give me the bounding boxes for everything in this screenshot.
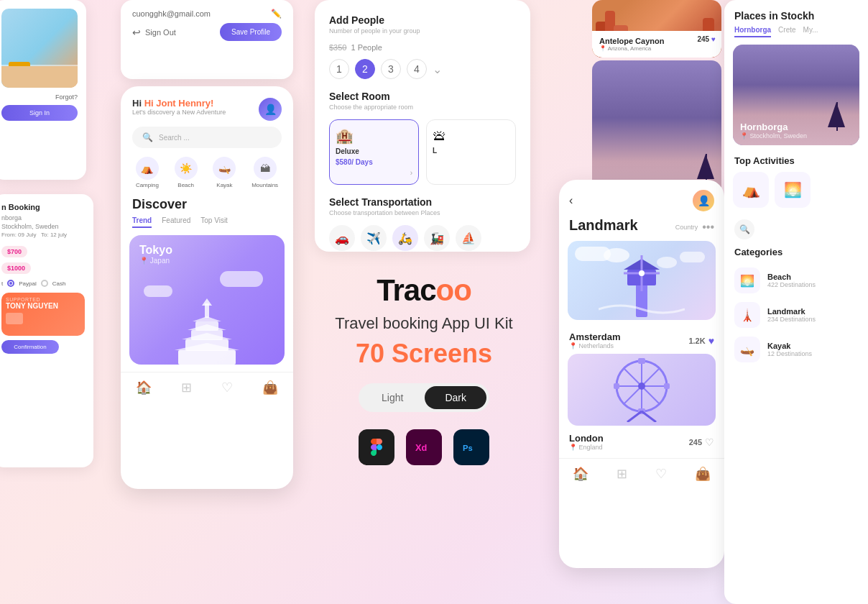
category-kayak[interactable]: 🛶 Kayak: [213, 157, 236, 188]
edit-icon[interactable]: ✏️: [271, 9, 282, 19]
favorites-nav-icon[interactable]: ♡: [221, 380, 233, 395]
light-mode-button[interactable]: Light: [361, 386, 423, 409]
landmark-cat-name: Landmark: [767, 307, 816, 316]
home-nav-icon[interactable]: 🏠: [136, 380, 152, 395]
svg-marker-5: [182, 333, 232, 339]
save-profile-button[interactable]: Save Profile: [220, 23, 282, 41]
search-bar[interactable]: 🔍 Search ...: [132, 127, 282, 148]
transport-train[interactable]: 🚂: [424, 225, 450, 251]
category-beach-item[interactable]: 🌅 Beach 422 Destinations: [724, 263, 868, 298]
transport-title: Select Transportation: [329, 196, 516, 208]
transport-car[interactable]: 🚗: [329, 225, 355, 251]
confirmation-button[interactable]: Confirmation: [1, 340, 59, 354]
brand-logo-oo: oo: [436, 273, 471, 307]
category-kayak-item[interactable]: 🛶 Kayak 12 Destinations: [724, 332, 868, 367]
landmark-cat-info: Landmark 234 Destinations: [767, 307, 816, 323]
featured-destination-card[interactable]: Tokyo 📍 Japan: [129, 235, 285, 365]
tool-icons: Xd Ps: [309, 429, 539, 465]
stockholm-header: Places in Stockh Hornborga Crete My...: [724, 0, 868, 45]
destination-name: Tokyo: [139, 244, 172, 257]
transport-plane[interactable]: ✈️: [361, 225, 387, 251]
dots-menu[interactable]: •••: [702, 221, 714, 234]
landmark-phone: ‹ 👤 Landmark Country •••: [559, 180, 724, 568]
svg-rect-29: [664, 383, 670, 389]
people-more-icon[interactable]: ⌄: [433, 63, 442, 76]
explore-landmark-nav[interactable]: ⊞: [617, 466, 627, 482]
payment-label-end: t: [1, 280, 3, 287]
home-landmark-nav[interactable]: 🏠: [573, 466, 588, 482]
photo-cards-area: 245 ♥ Antelope Caynon 📍 Arizona, America: [592, 0, 721, 207]
london-heart[interactable]: ♡: [705, 436, 714, 448]
people-3[interactable]: 3: [381, 59, 401, 79]
deluxe-price: $580/ Days: [336, 158, 412, 166]
kayak-cat-icon: 🛶: [734, 337, 760, 362]
room-suite[interactable]: 🛎 L: [426, 119, 516, 185]
category-mountains[interactable]: 🏔 Mountains: [251, 157, 278, 188]
tab-my[interactable]: My...: [803, 26, 818, 37]
favorites-landmark-nav[interactable]: ♡: [655, 466, 667, 482]
people-4[interactable]: 4: [407, 59, 427, 79]
add-people-title: Add People: [329, 14, 516, 26]
activity-camping[interactable]: ⛺: [733, 172, 769, 208]
ferris-wheel-svg: [606, 357, 678, 422]
forgot-link[interactable]: Forgot?: [1, 93, 78, 101]
tab-hornborga[interactable]: Hornborga: [734, 26, 771, 37]
bag-landmark-nav[interactable]: 👜: [695, 466, 711, 482]
booking-card-city: Stockholm, Sweden: [1, 223, 85, 230]
people-2-selected[interactable]: 2: [355, 59, 375, 79]
tab-top-visit[interactable]: Top Visit: [200, 216, 228, 228]
svg-line-30: [627, 411, 642, 422]
radio-cash[interactable]: [41, 280, 48, 287]
transport-boat[interactable]: ⛵: [456, 225, 481, 251]
kayak-cat-name: Kayak: [767, 342, 812, 350]
search-icon: 🔍: [142, 132, 153, 142]
xd-icon: Xd: [406, 429, 442, 465]
sign-out-label[interactable]: Sign Out: [145, 28, 176, 37]
radio-paypal[interactable]: [7, 280, 14, 287]
london-country: 📍 England: [569, 444, 604, 451]
transport-moto[interactable]: 🛵: [392, 225, 418, 251]
stockholm-hero-image[interactable]: Hornborga 📍 Stockholm, Sweden: [733, 45, 859, 145]
svg-rect-28: [614, 383, 619, 389]
top-activities-title: Top Activities: [724, 151, 868, 172]
search-area: 🔍: [724, 215, 868, 244]
antelope-location: 📍 Arizona, America: [599, 45, 714, 52]
categories-row: ⛺ Camping ☀️ Beach 🛶 Kayak 🏔 Mountains: [121, 157, 293, 197]
category-landmark-item[interactable]: 🗼 Landmark 234 Destinations: [724, 298, 868, 332]
beach-label: Beach: [177, 182, 194, 188]
kayak-cat-count: 12 Destinations: [767, 350, 812, 357]
sign-in-button[interactable]: Sign In: [1, 105, 78, 121]
hero-place-name: Hornborga: [740, 122, 807, 132]
login-card: Forgot? Sign In: [0, 0, 86, 180]
explore-nav-icon[interactable]: ⊞: [181, 380, 192, 395]
antelope-photo-card[interactable]: 245 ♥ Antelope Caynon 📍 Arizona, America: [592, 0, 721, 58]
amsterdam-name: Amsterdam: [569, 331, 621, 342]
category-camping[interactable]: ⛺ Camping: [136, 157, 159, 188]
user-avatar[interactable]: 👤: [259, 98, 282, 121]
people-1[interactable]: 1: [329, 59, 349, 79]
back-button[interactable]: ‹: [569, 194, 573, 207]
coach-badge: SUPPORTED: [6, 297, 80, 302]
activity-beach[interactable]: 🌅: [775, 172, 811, 208]
london-image: [568, 354, 716, 426]
svg-marker-4: [175, 343, 239, 350]
beach-cat-icon: 🌅: [734, 267, 760, 293]
dark-mode-button[interactable]: Dark: [425, 386, 486, 409]
tab-featured[interactable]: Featured: [162, 216, 190, 228]
landmark-bottom-nav: 🏠 ⊞ ♡ 👜: [559, 458, 724, 488]
phone-bottom-nav: 🏠 ⊞ ♡ 👜: [121, 372, 293, 401]
kayak-cat-info: Kayak 12 Destinations: [767, 342, 812, 357]
profile-card: cuongghk@gmail.com ✏️ ↩ Sign Out Save Pr…: [121, 0, 293, 79]
category-beach[interactable]: ☀️ Beach: [175, 157, 198, 188]
room-deluxe[interactable]: 🏨 Deluxe $580/ Days ›: [329, 119, 419, 185]
search-circle-icon[interactable]: 🔍: [734, 219, 754, 239]
tab-trend[interactable]: Trend: [132, 216, 152, 228]
landmark-header: ‹ 👤: [559, 180, 724, 217]
profile-nav-icon[interactable]: 👜: [262, 380, 278, 395]
tab-crete[interactable]: Crete: [778, 26, 795, 37]
stockholm-highlight: Stockh: [781, 10, 815, 22]
suite-icon: 🛎: [433, 127, 509, 144]
amsterdam-heart[interactable]: ♥: [708, 335, 714, 347]
svg-point-19: [657, 257, 677, 268]
figma-icon: [359, 429, 394, 465]
